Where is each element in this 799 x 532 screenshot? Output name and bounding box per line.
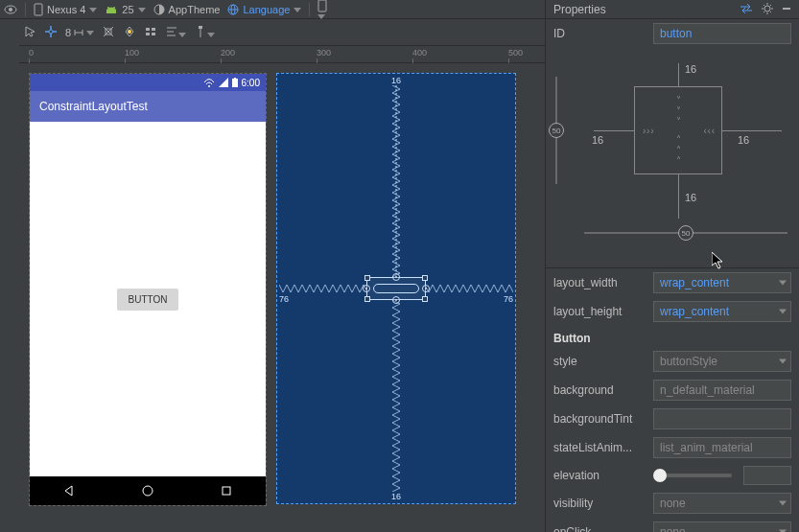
clear-constraints-icon[interactable] [102, 25, 115, 40]
svg-rect-12 [318, 0, 326, 12]
bp-spring-bottom [392, 300, 400, 492]
svg-marker-43 [219, 78, 228, 87]
bp-bottom-margin: 16 [391, 492, 401, 501]
api-level: 25 [122, 4, 133, 15]
blueprint-surface[interactable]: 16 16 76 76 [276, 73, 516, 504]
svg-marker-6 [138, 8, 146, 12]
svg-marker-31 [178, 33, 186, 37]
vertical-bias-slider[interactable]: 50 [555, 77, 557, 184]
statelistanim-field[interactable]: list_anim_material [653, 437, 791, 458]
signal-icon [219, 78, 228, 87]
wifi-icon [203, 78, 215, 87]
bp-spring-top [392, 85, 400, 277]
pack-icon[interactable] [144, 25, 157, 40]
language-selector[interactable]: Language [227, 4, 301, 15]
back-icon [62, 484, 76, 497]
svg-point-49 [764, 6, 770, 12]
layout-height-field[interactable]: wrap_content [653, 301, 791, 322]
svg-rect-33 [199, 26, 202, 29]
properties-panel: Properties ID button 50 16 16 16 16 ˅˅˅ … [545, 0, 799, 532]
align-icon[interactable] [165, 25, 186, 40]
bp-spring-right [425, 285, 513, 292]
horizontal-bias-slider[interactable]: 50 [584, 232, 787, 234]
cw-bottom-margin[interactable]: 16 [685, 192, 696, 203]
backgroundtint-label: backgroundTint [553, 412, 647, 426]
visibility-label: visibility [553, 497, 647, 510]
constraint-widget[interactable]: 50 16 16 16 16 ˅˅˅ ˄˄˄ › › › ‹ ‹ ‹ 50 [546, 48, 799, 268]
svg-marker-3 [89, 8, 97, 12]
svg-marker-19 [86, 31, 94, 35]
device-selector[interactable]: Nexus 4 [34, 3, 97, 16]
svg-marker-46 [65, 486, 72, 496]
guideline-icon[interactable] [194, 25, 215, 40]
bp-anchor-left[interactable] [363, 285, 370, 292]
settings-icon[interactable] [761, 2, 774, 17]
onclick-field[interactable]: none [653, 521, 791, 532]
svg-rect-24 [146, 28, 150, 31]
home-icon [141, 484, 154, 497]
id-label: ID [553, 27, 647, 40]
collapse-icon[interactable] [782, 4, 791, 15]
visibility-field[interactable]: none [653, 493, 791, 514]
left-gutter [0, 19, 19, 532]
theme-name: AppTheme [169, 4, 221, 15]
svg-rect-26 [146, 33, 150, 35]
bp-top-margin: 16 [391, 76, 401, 85]
default-margin-selector[interactable]: 8 [65, 27, 94, 38]
bp-left-dim: 76 [279, 294, 289, 304]
layout-width-field[interactable]: wrap_content [653, 272, 791, 293]
recent-icon [220, 484, 233, 497]
background-field[interactable]: n_default_material [653, 380, 791, 401]
eye-icon[interactable] [4, 3, 17, 16]
button-section-title: Button [546, 326, 799, 347]
svg-marker-11 [294, 8, 301, 12]
api-selector[interactable]: 25 [105, 4, 145, 15]
bp-anchor-top[interactable] [392, 273, 400, 281]
onclick-label: onClick [553, 525, 647, 532]
backgroundtint-field[interactable] [653, 408, 791, 429]
svg-rect-27 [152, 33, 155, 35]
swap-icon[interactable] [740, 3, 753, 16]
elevation-label: elevation [553, 469, 647, 482]
properties-title: Properties [553, 3, 606, 16]
id-field[interactable]: button [653, 23, 791, 44]
cw-right-margin[interactable]: 16 [738, 134, 749, 146]
infer-constraints-icon[interactable] [123, 25, 136, 40]
svg-marker-34 [207, 33, 215, 37]
cw-left-margin[interactable]: 16 [592, 134, 603, 146]
cw-inner-box[interactable]: ˅˅˅ ˄˄˄ › › › ‹ ‹ ‹ [634, 86, 722, 174]
layout-width-label: layout_width [553, 276, 647, 289]
svg-point-23 [128, 30, 131, 34]
device-statusbar: 6:00 [30, 74, 266, 91]
svg-rect-48 [223, 487, 230, 495]
variant-selector[interactable] [317, 0, 327, 20]
elevation-slider[interactable] [653, 474, 732, 477]
bp-right-dim: 76 [504, 294, 513, 304]
design-body[interactable]: BUTTON [30, 122, 266, 476]
style-field[interactable]: buttonStyle [653, 351, 791, 372]
layout-height-label: layout_height [553, 305, 647, 318]
theme-selector[interactable]: AppTheme [153, 4, 221, 15]
design-canvas[interactable]: 6:00 ConstraintLayoutTest BUTTON [19, 63, 545, 532]
select-icon[interactable] [25, 26, 36, 39]
bp-button-widget[interactable] [366, 277, 426, 300]
button-widget[interactable]: BUTTON [117, 289, 179, 311]
svg-point-15 [49, 30, 53, 34]
language-name: Language [243, 4, 290, 15]
design-surface[interactable]: 6:00 ConstraintLayoutTest BUTTON [29, 73, 267, 506]
statelistanim-label: stateListAnim... [553, 441, 647, 454]
app-title: ConstraintLayoutTest [39, 100, 148, 113]
bp-anchor-bottom[interactable] [392, 296, 400, 304]
cw-top-margin[interactable]: 16 [685, 63, 696, 75]
battery-icon [232, 78, 238, 87]
svg-rect-2 [35, 4, 42, 15]
svg-rect-45 [234, 78, 236, 79]
properties-header: Properties [546, 0, 799, 19]
elevation-value-field[interactable] [743, 466, 791, 485]
background-label: background [553, 383, 647, 397]
bp-anchor-right[interactable] [422, 285, 430, 292]
svg-point-1 [9, 8, 12, 12]
device-navbar [30, 476, 266, 505]
bp-spring-left [279, 285, 367, 292]
autoconnect-icon[interactable] [44, 25, 58, 40]
